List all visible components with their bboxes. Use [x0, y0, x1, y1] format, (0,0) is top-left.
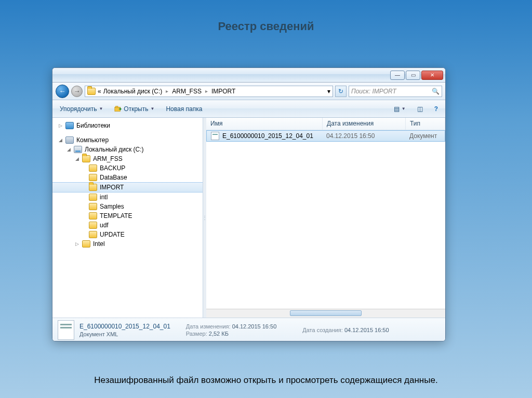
details-pane: E_6100000010_2015_12_04_01 Документ XML … [52, 318, 445, 341]
folder-icon [87, 88, 96, 95]
back-button[interactable]: ← [56, 85, 69, 98]
tree-label: ARM_FSS [93, 155, 123, 162]
computer-icon [65, 136, 74, 144]
tree-folder-intl[interactable]: intl [52, 193, 203, 202]
folder-icon [89, 174, 97, 181]
tree-libraries[interactable]: ▷ Библиотеки [52, 121, 203, 130]
tree-label: udf [100, 222, 109, 229]
toolbar: Упорядочить ▼ Открыть ▼ Новая папка ▤ ▼ … [52, 100, 445, 118]
scrollbar-thumb[interactable] [290, 310, 362, 316]
tree-disk[interactable]: ◢ Локальный диск (C:) [52, 145, 203, 154]
search-placeholder: Поиск: IMPORT [351, 88, 396, 95]
tree-pane[interactable]: ▷ Библиотеки ◢ Компьютер ◢ Локальный дис… [52, 118, 203, 318]
tree-armfss[interactable]: ◢ ARM_FSS [52, 154, 203, 163]
horizontal-scrollbar[interactable] [206, 309, 445, 318]
breadcrumb-disk[interactable]: Локальный диск (C:) [103, 88, 163, 95]
details-filename: E_6100000010_2015_12_04_01 [79, 323, 170, 330]
address-dropdown-icon[interactable]: ▾ [327, 88, 330, 95]
search-icon[interactable]: 🔍 [432, 88, 440, 95]
col-type[interactable]: Тип [406, 118, 445, 130]
open-button[interactable]: Открыть ▼ [111, 104, 157, 114]
view-button[interactable]: ▤ ▼ [391, 104, 409, 114]
chevron-right-icon: ▸ [164, 88, 170, 94]
tree-label: IMPORT [100, 184, 124, 191]
slide-caption: Незашифрованный файл возможно открыть и … [0, 375, 532, 386]
file-name: E_6100000010_2015_12_04_01 [222, 132, 313, 140]
tree-label: DataBase [100, 174, 127, 181]
newfolder-button[interactable]: Новая папка [163, 104, 205, 114]
tree-folder-update[interactable]: UPDATE [52, 230, 203, 239]
content-area: ▷ Библиотеки ◢ Компьютер ◢ Локальный дис… [52, 118, 445, 318]
close-button[interactable]: ✕ [421, 71, 443, 80]
preview-icon: ◫ [417, 105, 423, 113]
breadcrumb-import[interactable]: IMPORT [211, 88, 235, 95]
maximize-button[interactable]: ▭ [406, 71, 420, 80]
file-type: Документ [405, 132, 445, 140]
col-date[interactable]: Дата изменения [323, 118, 406, 130]
folder-icon [89, 164, 97, 172]
help-button[interactable]: ? [431, 104, 441, 114]
tree-folder-backup[interactable]: BACKUP [52, 163, 203, 173]
tree-folder-intel[interactable]: ▷ Intel [52, 239, 203, 249]
titlebar: — ▭ ✕ [52, 68, 445, 83]
tree-label: Локальный диск (C:) [85, 146, 144, 153]
refresh-button[interactable]: ↻ [335, 86, 347, 97]
collapse-icon[interactable]: ◢ [74, 156, 79, 161]
folder-icon [89, 184, 97, 191]
collapse-icon[interactable]: ◢ [66, 147, 71, 152]
created-value: 04.12.2015 16:50 [344, 327, 389, 333]
folder-icon [89, 222, 97, 229]
modified-label: Дата изменения: [186, 323, 231, 330]
size-value: 2,52 КБ [209, 331, 229, 337]
breadcrumb-chevrons: « [98, 88, 101, 95]
preview-pane-button[interactable]: ◫ [414, 104, 426, 114]
collapse-icon[interactable]: ◢ [58, 138, 63, 143]
view-icon: ▤ [394, 105, 400, 113]
tree-label: intl [100, 194, 108, 201]
slide-title: Реестр сведений [0, 0, 532, 43]
folder-icon [89, 212, 97, 219]
tree-folder-database[interactable]: DataBase [52, 173, 203, 182]
organize-label: Упорядочить [60, 105, 97, 113]
expand-icon[interactable]: ▷ [58, 123, 63, 128]
chevron-right-icon: ▸ [204, 88, 209, 94]
explorer-window: — ▭ ✕ ← → « Локальный диск (C:) ▸ ARM_FS… [52, 67, 446, 341]
file-row[interactable]: E_6100000010_2015_12_04_01 04.12.2015 16… [206, 130, 445, 142]
expand-icon[interactable]: ▷ [74, 241, 79, 246]
tree-label: UPDATE [100, 231, 125, 238]
folder-icon [89, 194, 97, 201]
forward-button[interactable]: → [71, 86, 83, 97]
address-bar: ← → « Локальный диск (C:) ▸ ARM_FSS ▸ IM… [52, 83, 445, 100]
help-icon: ? [434, 105, 438, 113]
tree-computer[interactable]: ◢ Компьютер [52, 135, 203, 145]
chevron-down-icon: ▼ [99, 106, 103, 111]
chevron-down-icon: ▼ [150, 106, 154, 111]
folder-icon [82, 240, 90, 248]
tree-folder-samples[interactable]: Samples [52, 202, 203, 211]
tree-label: TEMPLATE [100, 212, 132, 219]
minimize-button[interactable]: — [390, 71, 405, 80]
breadcrumb-armfss[interactable]: ARM_FSS [172, 88, 202, 95]
tree-label: Samples [100, 203, 124, 210]
tree-folder-udf[interactable]: udf [52, 221, 203, 230]
search-input[interactable]: Поиск: IMPORT 🔍 [349, 86, 442, 97]
organize-button[interactable]: Упорядочить ▼ [57, 104, 106, 114]
chevron-down-icon: ▼ [402, 106, 406, 111]
folder-icon [89, 231, 97, 238]
size-label: Размер: [186, 331, 207, 337]
file-pane: Имя Дата изменения Тип E_6100000010_2015… [206, 118, 445, 318]
file-date: 04.12.2015 16:50 [322, 132, 405, 140]
details-filetype: Документ XML [79, 331, 170, 337]
address-field[interactable]: « Локальный диск (C:) ▸ ARM_FSS ▸ IMPORT… [85, 86, 333, 97]
column-headers: Имя Дата изменения Тип [206, 118, 445, 130]
tree-folder-import[interactable]: IMPORT [52, 182, 203, 193]
libraries-icon [65, 122, 74, 129]
col-name[interactable]: Имя [206, 118, 323, 130]
tree-label: Intel [93, 240, 105, 248]
modified-value: 04.12.2015 16:50 [232, 323, 277, 330]
tree-folder-template[interactable]: TEMPLATE [52, 211, 203, 221]
folder-icon [82, 155, 90, 162]
tree-label: Компьютер [76, 136, 109, 144]
newfolder-label: Новая папка [166, 105, 202, 113]
tree-label: BACKUP [100, 164, 125, 172]
